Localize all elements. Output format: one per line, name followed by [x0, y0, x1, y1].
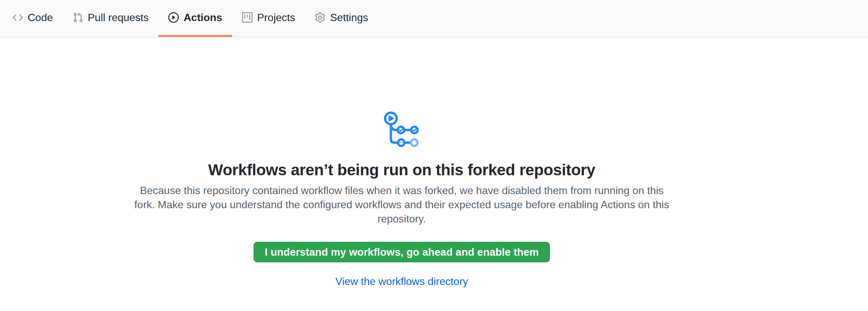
tab-label: Projects: [257, 12, 296, 23]
enable-workflows-button[interactable]: I understand my workflows, go ahead and …: [253, 242, 550, 262]
tab-label: Actions: [183, 12, 222, 23]
tab-projects[interactable]: Projects: [232, 0, 305, 37]
tab-code[interactable]: Code: [3, 0, 63, 37]
tab-label: Settings: [330, 12, 368, 23]
tab-settings[interactable]: Settings: [305, 0, 378, 37]
view-workflows-directory-link[interactable]: View the workflows directory: [335, 275, 468, 288]
tab-label: Pull requests: [88, 12, 149, 23]
project-icon: [242, 12, 253, 23]
blankslate-description: Because this repository contained workfl…: [132, 184, 672, 226]
actions-blankslate-page: Workflows aren’t being run on this forke…: [0, 37, 803, 288]
play-icon: [168, 12, 179, 23]
tab-pull-requests[interactable]: Pull requests: [63, 0, 159, 37]
blankslate: Workflows aren’t being run on this forke…: [0, 37, 803, 288]
code-icon: [12, 12, 23, 23]
tab-actions[interactable]: Actions: [158, 0, 232, 37]
actions-workflow-graph-icon: [384, 111, 420, 148]
gear-icon: [315, 12, 326, 23]
git-pull-request-icon: [73, 12, 83, 23]
repo-tab-nav: Code Pull requests Actions Projects Sett…: [0, 0, 868, 37]
tab-label: Code: [28, 12, 53, 23]
blankslate-title: Workflows aren’t being run on this forke…: [208, 161, 595, 179]
